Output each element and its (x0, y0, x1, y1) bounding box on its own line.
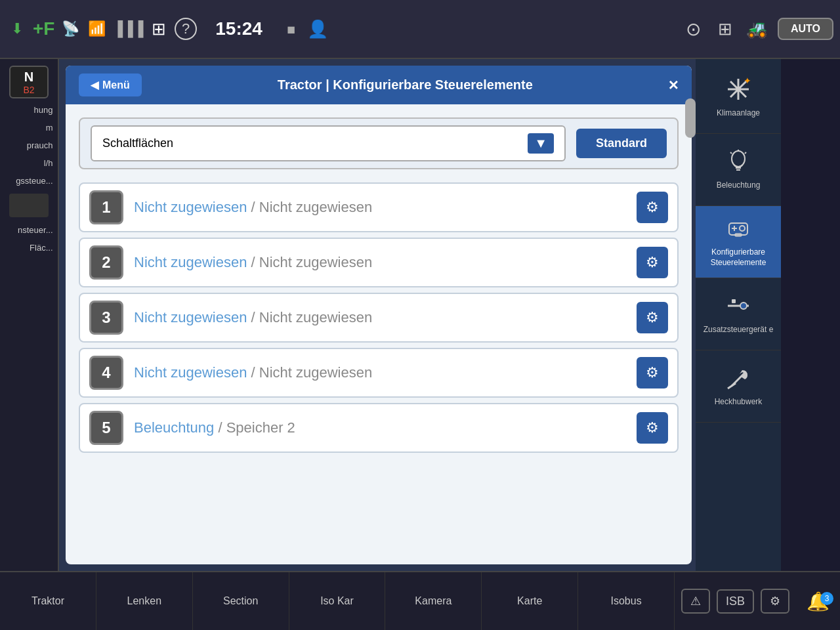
gear-button-3[interactable]: ⚙ (637, 302, 668, 333)
right-label-zusatzsteuergeraete: Zusatzsteuergerät e (704, 325, 774, 335)
right-panel-item-zusatzsteuergeraete[interactable]: Zusatzsteuergerät e (696, 278, 781, 350)
close-button[interactable]: × (669, 75, 679, 95)
right-panel-item-beleuchtung[interactable]: Beleuchtung (696, 134, 781, 206)
speedometer-icon: ⊙ (683, 18, 704, 40)
list-item: 1Nicht zugewiesen / Nicht zugewiesen⚙ (79, 182, 679, 232)
right-panel-item-heckhubwerk[interactable]: Heckhubwerk (696, 350, 781, 423)
sidebar-label-gssteue: gssteue... (1, 175, 57, 187)
scroll-indicator[interactable] (685, 98, 696, 138)
list-item: 2Nicht zugewiesen / Nicht zugewiesen⚙ (79, 238, 679, 287)
item-text2-3: Nicht zugewiesen (259, 309, 372, 326)
dialog-panel: ◀ Menü Tractor | Konfigurierbare Steuere… (66, 66, 692, 564)
satellite-icon: 📡 (60, 20, 81, 37)
bottom-tab-icons: ⚠ ISB ⚙ (675, 589, 796, 614)
svg-line-20 (728, 383, 736, 388)
bottom-tab-traktor[interactable]: Traktor (0, 572, 96, 630)
item-text2-1: Nicht zugewiesen (259, 199, 372, 215)
question-icon[interactable]: ? (175, 18, 197, 40)
right-icon-beleuchtung (725, 148, 751, 178)
list-item: 3Nicht zugewiesen / Nicht zugewiesen⚙ (79, 293, 679, 343)
svg-text:✦: ✦ (744, 76, 751, 86)
gear-button-1[interactable]: ⚙ (637, 192, 668, 223)
bottom-tab-karte[interactable]: Karte (482, 572, 578, 630)
item-text2-5: Speicher 2 (226, 419, 295, 436)
item-text1-3: Nicht zugewiesen (134, 309, 247, 326)
svg-line-10 (730, 152, 732, 154)
sidebar-label-prauch: prauch (1, 139, 57, 152)
standard-button[interactable]: Standard (576, 129, 667, 158)
gear-indicator: N B2 (9, 66, 49, 98)
auto-button[interactable]: AUTO (778, 18, 833, 40)
notification-button[interactable]: 🔔 3 (796, 591, 840, 612)
sidebar-label-nsteuer: nsteuer... (1, 224, 57, 236)
isb-label: ISB (726, 595, 745, 608)
item-text1-5: Beleuchtung (134, 419, 214, 436)
right-panel-item-klimaanlage[interactable]: ✦ Klimaanlage (696, 62, 781, 134)
item-sep-1: / (247, 199, 259, 215)
bottom-tab-section[interactable]: Section (193, 572, 289, 630)
right-label-konfigurierbare: Konfigurierbare Steuerelemente (700, 247, 777, 268)
list-container: 1Nicht zugewiesen / Nicht zugewiesen⚙2Ni… (79, 182, 679, 453)
menu-back-button[interactable]: ◀ Menü (79, 74, 142, 96)
warning-icon-button[interactable]: ⚠ (681, 589, 710, 614)
field-rows-icon: ⊞ (715, 19, 736, 39)
tractor-field-icon: 🚜 (746, 19, 767, 39)
list-item: 5Beleuchtung / Speicher 2⚙ (79, 403, 679, 453)
bottom-bar: TraktorLenkenSectionIso KarKameraKarteIs… (0, 571, 840, 630)
pause-icon: ◼ (281, 23, 302, 35)
item-number-5: 5 (89, 411, 123, 445)
dialog-title: Tractor | Konfigurierbare Steuerelemente (152, 77, 658, 93)
isb-icon-button[interactable]: ISB (717, 589, 754, 614)
svg-point-6 (732, 151, 745, 167)
dropdown-arrow-icon: ▼ (528, 133, 554, 154)
item-text1-2: Nicht zugewiesen (134, 254, 247, 270)
bottom-tab-isobus[interactable]: Isobus (578, 572, 675, 630)
item-text-3: Nicht zugewiesen / Nicht zugewiesen (134, 309, 626, 326)
svg-point-13 (740, 226, 745, 231)
arrow-down-icon: ⬇ (7, 20, 28, 37)
controls-row: Schaltflächen ▼ Standard (79, 117, 679, 169)
dropdown-label: Schaltflächen (102, 136, 173, 150)
bottom-tab-lenken[interactable]: Lenken (96, 572, 193, 630)
item-sep-4: / (247, 364, 259, 381)
item-number-4: 4 (89, 356, 123, 390)
signal-bars-icon: ▐▐▐ (112, 20, 143, 37)
warning-icon: ⚠ (690, 594, 701, 608)
right-icon-konfigurierbare (725, 215, 751, 245)
bottom-tab-kamera[interactable]: Kamera (385, 572, 482, 630)
right-label-heckhubwerk: Heckhubwerk (715, 397, 763, 408)
settings-icon-button[interactable]: ⚙ (761, 589, 789, 614)
right-icon-klimaanlage: ✦ (725, 76, 751, 106)
item-number-2: 2 (89, 245, 123, 280)
back-arrow-icon: ◀ (91, 79, 98, 91)
item-text-2: Nicht zugewiesen / Nicht zugewiesen (134, 254, 626, 271)
item-text-5: Beleuchtung / Speicher 2 (134, 419, 626, 436)
gear-button-4[interactable]: ⚙ (637, 357, 668, 388)
svg-point-18 (740, 303, 747, 309)
gear-button-5[interactable]: ⚙ (637, 412, 668, 444)
dropdown-select[interactable]: Schaltflächen ▼ (91, 125, 566, 161)
gear-button-2[interactable]: ⚙ (637, 247, 668, 278)
item-number-1: 1 (89, 190, 123, 224)
right-panel: ✦ Klimaanlage Beleuchtung Konfigurierbar… (696, 59, 781, 571)
right-panel-item-konfigurierbare[interactable]: Konfigurierbare Steuerelemente (696, 206, 781, 278)
dialog-body: Schaltflächen ▼ Standard 1Nicht zugewies… (66, 104, 692, 564)
item-text-4: Nicht zugewiesen / Nicht zugewiesen (134, 364, 626, 381)
user-icon[interactable]: 👤 (307, 19, 328, 39)
main-area: ◀ Menü Tractor | Konfigurierbare Steuere… (59, 59, 781, 571)
item-text1-1: Nicht zugewiesen (134, 199, 247, 215)
time-display: 15:24 (215, 18, 262, 39)
item-number-3: 3 (89, 301, 123, 335)
sidebar-label-lh: l/h (1, 157, 57, 169)
gear-sub: B2 (23, 85, 34, 95)
item-sep-2: / (247, 254, 259, 270)
svg-point-4 (736, 87, 741, 92)
list-item: 4Nicht zugewiesen / Nicht zugewiesen⚙ (79, 348, 679, 398)
gear-letter: N (24, 70, 33, 85)
settings-icon: ⚙ (770, 594, 780, 608)
wifi-icon: 📶 (86, 20, 107, 37)
bottom-tab-iso kar[interactable]: Iso Kar (289, 572, 386, 630)
item-sep-5: / (214, 419, 226, 436)
left-sidebar: N B2 hung m prauch l/h gssteue... nsteue… (0, 59, 59, 571)
farm-icon: +F (33, 18, 54, 39)
